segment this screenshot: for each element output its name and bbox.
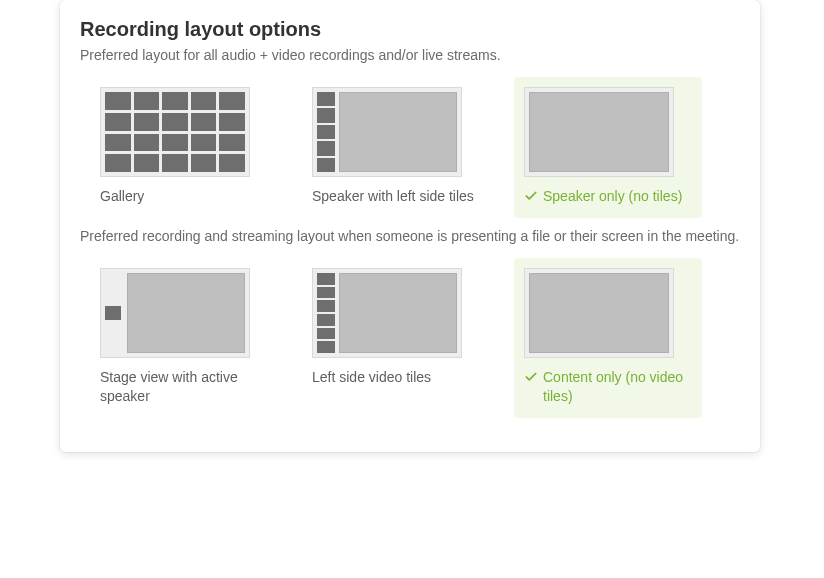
check-icon (524, 189, 538, 203)
preview-speaker-left-tiles (312, 87, 462, 177)
section-b-subhead: Preferred recording and streaming layout… (80, 228, 740, 244)
option-label: Speaker with left side tiles (312, 187, 480, 206)
recording-layout-card: Recording layout options Preferred layou… (60, 0, 760, 452)
option-label: Gallery (100, 187, 268, 206)
preview-content-only (524, 268, 674, 358)
section-a-options: Gallery Speaker with left side tiles Spe… (90, 77, 740, 218)
preview-stage-active-speaker (100, 268, 250, 358)
option-label: Stage view with active speaker (100, 368, 268, 406)
option-label: Speaker only (no tiles) (524, 187, 692, 206)
option-gallery[interactable]: Gallery (90, 77, 278, 218)
option-stage-active-speaker[interactable]: Stage view with active speaker (90, 258, 278, 418)
page-title: Recording layout options (80, 18, 740, 41)
option-label: Content only (no video tiles) (524, 368, 692, 406)
section-a-subhead: Preferred layout for all audio + video r… (80, 47, 740, 63)
option-content-only[interactable]: Content only (no video tiles) (514, 258, 702, 418)
option-left-side-video-tiles[interactable]: Left side video tiles (302, 258, 490, 418)
preview-gallery (100, 87, 250, 177)
section-b-options: Stage view with active speaker Left side… (90, 258, 740, 418)
option-speaker-left-tiles[interactable]: Speaker with left side tiles (302, 77, 490, 218)
preview-speaker-only (524, 87, 674, 177)
preview-left-side-video-tiles (312, 268, 462, 358)
option-label: Left side video tiles (312, 368, 480, 387)
option-speaker-only[interactable]: Speaker only (no tiles) (514, 77, 702, 218)
check-icon (524, 370, 538, 384)
